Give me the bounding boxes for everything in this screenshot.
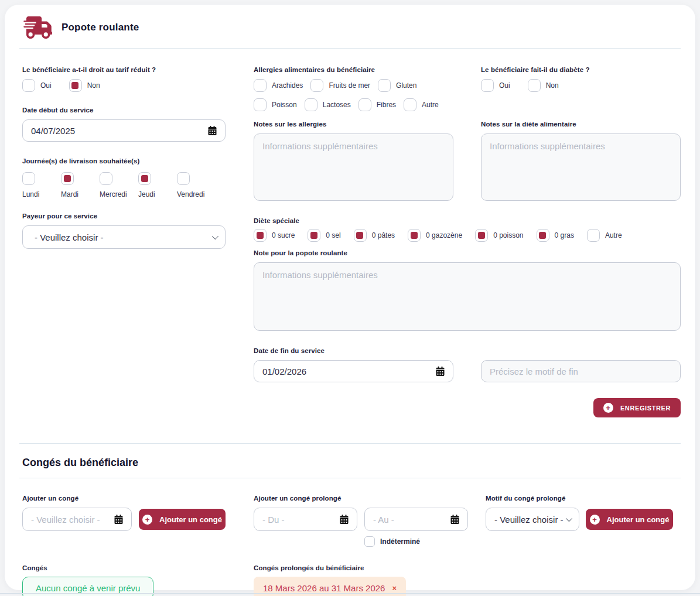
extended-from-value[interactable] xyxy=(262,515,335,525)
start-date-value[interactable] xyxy=(31,126,203,136)
section-divider xyxy=(19,443,681,444)
right-area: Allergies alimentaires du bénéficiaire A… xyxy=(254,66,681,417)
diet-option-0-sel[interactable]: 0 sel xyxy=(308,229,340,242)
remove-chip-icon[interactable]: × xyxy=(392,584,397,592)
add-extended-label: Ajouter un congé prolongé xyxy=(254,495,468,502)
payer-label: Payeur pour ce service xyxy=(22,213,226,220)
payer-select[interactable]: - Veuillez choisir - xyxy=(22,225,226,249)
extended-reason-select[interactable]: - Veuillez choisir - xyxy=(486,508,579,531)
add-leave-button[interactable]: + Ajouter un congé xyxy=(139,509,226,530)
leave-date-value[interactable] xyxy=(31,515,110,525)
add-leave-button-label: Ajouter un congé xyxy=(159,515,222,524)
calendar-icon[interactable] xyxy=(436,366,445,376)
allergy-option-autre[interactable]: Autre xyxy=(404,98,439,111)
chevron-down-icon xyxy=(566,515,572,522)
extended-to-value[interactable] xyxy=(373,515,446,525)
reduced-rate-label: Le bénéficiaire a-t-il droit au tarif ré… xyxy=(22,66,226,73)
checkbox[interactable] xyxy=(61,172,74,185)
checkbox-label: Gluten xyxy=(396,81,416,90)
add-extended-button[interactable]: + Ajouter un congé xyxy=(586,509,673,530)
checkbox[interactable] xyxy=(22,79,35,92)
checkbox-label: Fibres xyxy=(377,101,396,109)
checkbox[interactable] xyxy=(378,79,391,92)
reduced-rate-option-oui[interactable]: Oui xyxy=(22,79,52,92)
delivery-days-label: Journée(s) de livraison souhaitée(s) xyxy=(22,157,226,165)
diet-option-0-pates[interactable]: 0 pâtes xyxy=(354,229,395,242)
checkbox[interactable] xyxy=(408,229,421,242)
calendar-icon[interactable] xyxy=(450,515,459,524)
delivery-days-group: Journée(s) de livraison souhaitée(s) Lun… xyxy=(22,157,226,198)
popote-note-group: Note pour la popote roulante xyxy=(254,249,681,333)
checkbox[interactable] xyxy=(254,79,267,92)
allergy-option-fibres[interactable]: Fibres xyxy=(358,98,396,111)
day-option-mardi[interactable]: Mardi xyxy=(61,172,100,198)
checkbox[interactable] xyxy=(481,79,494,92)
checkbox-label: Autre xyxy=(605,231,622,239)
reduced-rate-option-non[interactable]: Non xyxy=(69,79,100,92)
extended-from-input[interactable] xyxy=(254,508,357,531)
calendar-icon[interactable] xyxy=(208,126,217,135)
day-option-mercredi[interactable]: Mercredi xyxy=(100,172,138,198)
extended-to-input[interactable] xyxy=(364,508,468,531)
checkbox[interactable] xyxy=(537,229,549,242)
checkbox[interactable] xyxy=(358,98,371,111)
checkbox-label: Autre xyxy=(422,101,439,109)
checkbox[interactable] xyxy=(22,172,35,185)
popote-note-textarea[interactable] xyxy=(254,262,681,331)
day-option-lundi[interactable]: Lundi xyxy=(22,172,61,198)
allergy-option-lactoses[interactable]: Lactoses xyxy=(305,98,351,111)
checkbox[interactable] xyxy=(310,79,323,92)
diet-option-0-sucre[interactable]: 0 sucre xyxy=(254,229,295,242)
allergy-notes-label: Notes sur les allergies xyxy=(254,121,453,128)
checkbox-label: 0 pâtes xyxy=(372,231,395,239)
end-reason-input[interactable] xyxy=(481,360,681,382)
diet-option-autre[interactable]: Autre xyxy=(587,229,622,242)
diet-option-0-gazozene[interactable]: 0 gazozène xyxy=(408,229,462,242)
leave-date-input[interactable] xyxy=(22,508,132,531)
checkbox[interactable] xyxy=(254,98,267,111)
calendar-icon[interactable] xyxy=(340,515,349,524)
special-diet-label: Diète spéciale xyxy=(254,217,681,224)
start-date-label: Date début du service xyxy=(22,107,226,114)
start-date-input[interactable] xyxy=(22,119,226,142)
checkbox[interactable] xyxy=(100,172,112,185)
checkbox[interactable] xyxy=(177,172,190,185)
checkbox-label: Arachides xyxy=(272,81,303,90)
checkbox[interactable] xyxy=(254,229,267,242)
day-option-vendredi[interactable]: Vendredi xyxy=(177,172,216,198)
save-button[interactable]: + ENREGISTRER xyxy=(593,398,681,417)
payer-select-value: - Veuillez choisir - xyxy=(35,232,212,242)
diabetes-option-non[interactable]: Non xyxy=(528,79,559,92)
checkbox[interactable] xyxy=(354,229,367,242)
checkbox[interactable] xyxy=(364,536,375,547)
checkbox[interactable] xyxy=(404,98,416,111)
allergy-option-arachides[interactable]: Arachides xyxy=(254,79,303,92)
end-reason-value[interactable] xyxy=(490,366,672,376)
checkbox[interactable] xyxy=(308,229,320,242)
checkbox[interactable] xyxy=(475,229,488,242)
diet-option-0-gras[interactable]: 0 gras xyxy=(537,229,574,242)
end-date-input[interactable] xyxy=(254,360,453,382)
day-label: Mardi xyxy=(61,190,78,198)
diet-option-0-poisson[interactable]: 0 poisson xyxy=(475,229,523,242)
diet-notes-label: Notes sur la diète alimentaire xyxy=(481,121,681,128)
end-date-value[interactable] xyxy=(262,366,431,376)
allergy-option-poisson[interactable]: Poisson xyxy=(254,98,297,111)
checkbox[interactable] xyxy=(528,79,541,92)
diet-notes-textarea[interactable] xyxy=(481,133,681,201)
checkbox[interactable] xyxy=(305,98,317,111)
day-option-jeudi[interactable]: Jeudi xyxy=(138,172,177,198)
checkbox[interactable] xyxy=(138,172,151,185)
extended-reason-label: Motif du congé prolongé xyxy=(486,495,673,502)
allergy-option-fruits-de-mer[interactable]: Fruits de mer xyxy=(310,79,370,92)
checkbox[interactable] xyxy=(69,79,82,92)
plus-circle-icon: + xyxy=(603,403,613,413)
diabetes-option-oui[interactable]: Oui xyxy=(481,79,510,92)
chevron-down-icon xyxy=(212,233,218,239)
allergy-option-gluten[interactable]: Gluten xyxy=(378,79,416,92)
header-divider xyxy=(19,48,681,49)
calendar-icon[interactable] xyxy=(114,515,123,524)
indeterminate-option[interactable]: Indéterminé xyxy=(364,536,420,547)
checkbox[interactable] xyxy=(587,229,600,242)
allergy-notes-textarea[interactable] xyxy=(254,133,453,201)
